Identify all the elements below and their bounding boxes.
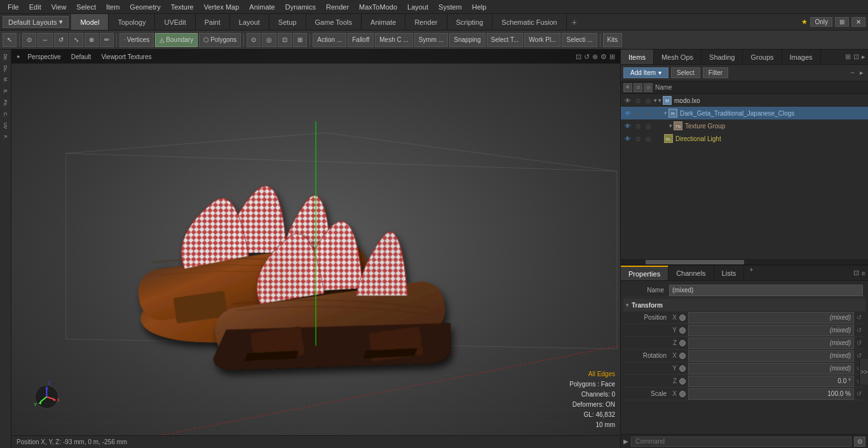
menu-animate[interactable]: Animate: [244, 2, 280, 12]
selecti-btn[interactable]: Selecti ...: [562, 33, 597, 47]
props-dot-ry[interactable]: [679, 365, 686, 372]
item-eye-directional-light[interactable]: 👁: [623, 134, 632, 143]
props-tab-properties[interactable]: Properties: [621, 266, 668, 280]
add-item-button[interactable]: Add Item ▾: [623, 67, 668, 78]
props-expand-panel-btn[interactable]: >>: [859, 359, 868, 384]
icon-a-btn[interactable]: ⊙: [247, 33, 261, 47]
icon-b-btn[interactable]: ◎: [262, 33, 276, 47]
item-row-directional-light[interactable]: 👁 ⊙ ◎ DL Directional Light: [621, 132, 868, 145]
sidebar-item-e[interactable]: E.: [1, 86, 11, 97]
menu-view[interactable]: View: [46, 2, 72, 12]
command-prompt-icon[interactable]: ▶: [623, 438, 628, 445]
props-scale-x-reset[interactable]: ↺: [855, 390, 863, 397]
items-select-button[interactable]: Select: [671, 67, 700, 78]
props-dot-rx[interactable]: [679, 353, 686, 359]
boundary-btn[interactable]: ◬ Boundary: [155, 33, 198, 47]
action-btn[interactable]: Action ...: [313, 33, 346, 47]
item-eye-texture-group[interactable]: 👁: [623, 121, 632, 130]
menu-texture[interactable]: Texture: [166, 2, 199, 12]
kits-btn[interactable]: Kits: [603, 33, 623, 47]
sidebar-item-f[interactable]: F.: [1, 132, 11, 142]
panel-tab-more-icon[interactable]: ▸: [862, 53, 865, 61]
menu-help[interactable]: Help: [467, 2, 492, 12]
item-eye-modo-lxo[interactable]: 👁: [623, 96, 632, 105]
props-rotation-x-input[interactable]: [688, 350, 854, 362]
items-scroll-area[interactable]: [621, 259, 868, 264]
sidebar-item-du[interactable]: Du.: [1, 64, 11, 74]
props-position-x-reset[interactable]: ↺: [855, 314, 863, 321]
sidebar-item-m[interactable]: M.: [1, 75, 11, 85]
viewport-area[interactable]: ● Perspective Default Viewport Textures …: [11, 50, 620, 448]
texture-mode-btn[interactable]: Viewport Textures: [98, 53, 154, 60]
perspective-btn[interactable]: Perspective: [25, 53, 63, 60]
tab-layout[interactable]: Layout: [230, 14, 269, 30]
props-scale-x-input[interactable]: [688, 388, 854, 400]
item-triangle-texture-group[interactable]: ▾: [669, 123, 672, 129]
menu-layout[interactable]: Layout: [402, 2, 433, 12]
symm-btn[interactable]: Symm ...: [414, 33, 448, 47]
panel-tab-mesh-ops[interactable]: Mesh Ops: [654, 50, 702, 64]
props-position-z-input[interactable]: [688, 337, 854, 349]
props-dot-rz[interactable]: [679, 378, 686, 384]
menu-render[interactable]: Render: [321, 2, 354, 12]
menu-file[interactable]: File: [3, 2, 24, 12]
render-mode-btn[interactable]: Default: [69, 53, 94, 60]
add-layout-tab-button[interactable]: +: [567, 17, 582, 27]
icon-d-btn[interactable]: ⊞: [293, 33, 307, 47]
panel-tab-items[interactable]: Items: [621, 50, 654, 64]
layout-dropdown[interactable]: Default Layouts ▾: [3, 16, 69, 28]
items-scroll-thumb[interactable]: [646, 260, 745, 264]
icon-c-btn[interactable]: ⊡: [278, 33, 292, 47]
select-t-btn[interactable]: Select T...: [487, 33, 524, 47]
item-lock-dark-geta[interactable]: ⊙: [634, 109, 642, 118]
item-render-directional-light[interactable]: ◎: [644, 134, 653, 143]
tab-model[interactable]: Model: [71, 14, 109, 30]
polygons-btn[interactable]: ⬡ Polygons: [199, 33, 241, 47]
panel-tab-settings-icon[interactable]: ⊞: [845, 53, 851, 61]
props-tab-channels[interactable]: Channels: [668, 266, 714, 280]
tab-scripting[interactable]: Scripting: [447, 14, 493, 30]
item-render-dark-geta[interactable]: ◎: [644, 109, 653, 118]
props-dot-sx[interactable]: [679, 391, 686, 397]
layout-grid-button[interactable]: ⊞: [835, 17, 849, 27]
mesh-c-btn[interactable]: Mesh C ...: [375, 33, 413, 47]
menu-edit[interactable]: Edit: [24, 2, 46, 12]
props-settings-icon[interactable]: ≡: [862, 269, 865, 277]
command-run-button[interactable]: ⊙: [854, 437, 865, 447]
sphere-icon-btn[interactable]: ⊙: [22, 33, 36, 47]
falloff-btn[interactable]: Falloff: [348, 33, 374, 47]
menu-maxtomodo[interactable]: MaxToModo: [354, 2, 402, 12]
item-row-modo-lxo[interactable]: 👁 ⊙ ◎ ▾ ▾ M modo.lxo: [621, 94, 868, 107]
item-lock-texture-group[interactable]: ⊙: [634, 121, 642, 130]
item-lock-directional-light[interactable]: ⊙: [634, 134, 642, 143]
snapping-btn[interactable]: Snapping: [449, 33, 485, 47]
viewport-grid-icon[interactable]: ⊞: [609, 53, 615, 61]
panel-tab-groups[interactable]: Groups: [743, 50, 782, 64]
items-render-icon[interactable]: ◎: [644, 83, 653, 92]
translate-btn[interactable]: ↔: [37, 33, 53, 47]
panel-tab-shading[interactable]: Shading: [702, 50, 743, 64]
viewport-zoom-icon[interactable]: ⊕: [592, 53, 598, 61]
item-render-modo-lxo[interactable]: ◎: [644, 96, 653, 105]
items-expand-icon[interactable]: ▸: [858, 69, 865, 77]
props-rotation-z-input[interactable]: [688, 376, 854, 387]
props-tab-add-button[interactable]: +: [744, 266, 758, 280]
tab-game-tools[interactable]: Game Tools: [306, 14, 362, 30]
tab-paint[interactable]: Paint: [196, 14, 230, 30]
item-triangle-dark-geta[interactable]: ▾: [664, 110, 667, 116]
tab-setup[interactable]: Setup: [269, 14, 306, 30]
menu-item[interactable]: Item: [101, 2, 125, 12]
panel-tab-images[interactable]: Images: [782, 50, 821, 64]
props-expand-icon[interactable]: ⊡: [853, 269, 859, 277]
items-visibility-icon[interactable]: 👁: [623, 83, 632, 92]
command-input[interactable]: [631, 437, 851, 447]
props-dot-z1[interactable]: [679, 340, 686, 346]
viewport-camera-icon[interactable]: ⊡: [576, 53, 581, 61]
menu-select[interactable]: Select: [71, 2, 101, 12]
props-dot-y1[interactable]: [679, 327, 686, 334]
props-tab-lists[interactable]: Lists: [714, 266, 745, 280]
layout-close-button[interactable]: ✕: [851, 17, 865, 27]
transform-btn[interactable]: ⊕: [85, 33, 98, 47]
item-row-dark-geta[interactable]: 👁 ⊙ ◎ ▾ m Dark_Geta_Traditional_Japanese…: [621, 107, 868, 119]
tab-uvedit[interactable]: UVEdit: [155, 14, 195, 30]
